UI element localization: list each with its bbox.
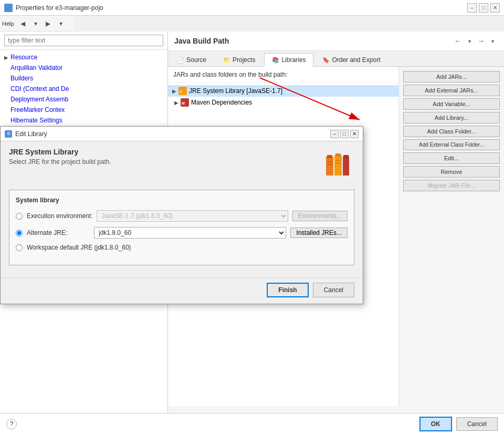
toolbar-back-dd-btn[interactable]: ▾ — [30, 18, 41, 29]
svg-rect-11 — [335, 153, 341, 157]
workspace-default-label: Workspace default JRE (jdk1.8.0_60) — [27, 244, 131, 251]
jre-expand-icon: ▶ — [172, 88, 176, 94]
close-button[interactable]: ✕ — [490, 3, 500, 13]
properties-header: Java Build Path ← ▾ → ▾ — [168, 32, 504, 51]
toolbar-back-btn[interactable]: ◀ — [17, 18, 29, 29]
add-library-button[interactable]: Add Library... — [403, 112, 500, 123]
maven-dependencies-label: Maven Dependencies — [191, 99, 252, 106]
execution-environment-radio[interactable] — [16, 213, 23, 220]
svg-rect-13 — [343, 155, 349, 158]
tree-item-label: Builders — [10, 75, 33, 82]
dialog-footer: Finish Cancel — [1, 278, 363, 304]
order-tab-icon: 🔖 — [322, 57, 330, 64]
help-button[interactable]: ? — [6, 419, 17, 429]
add-variable-button[interactable]: Add Variable... — [403, 98, 500, 110]
title-text: Properties for e3-manager-pojo — [16, 4, 103, 12]
tree-item-label: CDI (Context and De — [10, 85, 69, 92]
svg-rect-9 — [327, 155, 332, 158]
nav-fwd-btn[interactable]: → — [476, 36, 486, 46]
tab-libraries[interactable]: 📚 Libraries — [264, 53, 313, 67]
add-external-class-folder-button[interactable]: Add External Class Folder... — [403, 139, 500, 150]
dialog-minimize-btn[interactable]: – — [330, 130, 339, 138]
add-class-folder-button[interactable]: Add Class Folder... — [403, 126, 500, 137]
dialog-book-icon — [321, 148, 354, 181]
bottom-bar: ? OK Cancel — [0, 413, 504, 434]
alternate-jre-label: Alternate JRE: — [27, 229, 90, 236]
tree-item-label: Arquillian Validator — [10, 64, 62, 71]
toolbar-fwd-dd-btn[interactable]: ▾ — [55, 18, 67, 29]
expand-icon: ▶ — [4, 55, 8, 60]
environments-button[interactable]: Environments... — [292, 211, 348, 221]
tree-item-arquillian[interactable]: Arquillian Validator — [0, 63, 167, 73]
nav-arrows: ← ▾ → ▾ — [453, 36, 498, 46]
tab-order-label: Order and Export — [332, 56, 380, 64]
tree-item-resource[interactable]: ▶ Resource — [0, 52, 167, 63]
dialog-titlebar: ⚙ Edit Library – □ ✕ — [1, 127, 363, 141]
tree-item-label: FreeMarker Contex — [10, 106, 65, 113]
title-bar: Properties for e3-manager-pojo – □ ✕ — [0, 0, 504, 16]
alternate-jre-select[interactable]: jdk1.8.0_60 — [94, 227, 286, 239]
add-jars-button[interactable]: Add JARs... — [403, 71, 500, 82]
tree-item-label: Hibernate Settings — [10, 117, 62, 124]
edit-library-dialog: ⚙ Edit Library – □ ✕ JRE System Library … — [0, 126, 363, 304]
cancel-button[interactable]: Cancel — [456, 417, 498, 431]
jre-icon: J — [178, 87, 187, 95]
execution-environment-select[interactable]: JavaSE-1.7 (jdk1.8.0_60) — [97, 210, 288, 222]
maven-expand-icon: ▶ — [174, 100, 178, 106]
toolbar-fwd-btn[interactable]: ▶ — [43, 18, 54, 29]
tab-source[interactable]: 📄 Source — [169, 53, 214, 66]
toolbar: Help ◀ ▾ ▶ ▾ — [0, 16, 74, 32]
jre-library-item[interactable]: ▶ J JRE System Library [JavaSE-1.7] — [168, 85, 398, 97]
svg-text:M: M — [182, 101, 185, 105]
help-menu[interactable]: Help — [2, 20, 14, 27]
dialog-close-btn[interactable]: ✕ — [350, 130, 359, 138]
execution-environment-row: Execution environment: JavaSE-1.7 (jdk1.… — [16, 210, 348, 222]
remove-button[interactable]: Remove — [403, 166, 500, 178]
nav-back-btn[interactable]: ← — [453, 36, 463, 46]
jars-label: JARs and class folders on the build path… — [168, 67, 398, 83]
tree-item-hibernate[interactable]: Hibernate Settings — [0, 115, 167, 126]
add-external-jars-button[interactable]: Add External JARs... — [403, 85, 500, 96]
groupbox-legend: System library — [14, 197, 348, 204]
libraries-tab-icon: 📚 — [272, 57, 279, 64]
tree-list: ▶ Resource Arquillian Validator Builders… — [0, 50, 167, 128]
tab-order[interactable]: 🔖 Order and Export — [314, 53, 388, 66]
title-bar-left: Properties for e3-manager-pojo — [4, 4, 103, 12]
properties-title: Java Build Path — [174, 37, 229, 45]
maximize-button[interactable]: □ — [479, 3, 488, 13]
installed-jres-button[interactable]: Installed JREs... — [290, 228, 348, 238]
migrate-jar-button[interactable]: Migrate JAR File... — [403, 180, 500, 191]
tree-item-freemarker[interactable]: FreeMarker Contex — [0, 105, 167, 115]
nav-back-dd-btn[interactable]: ▾ — [464, 36, 475, 46]
alternate-jre-row: Alternate JRE: jdk1.8.0_60 Installed JRE… — [16, 227, 348, 239]
tree-item-cdi[interactable]: CDI (Context and De — [0, 84, 167, 94]
maven-dependencies-item[interactable]: ▶ M Maven Dependencies — [168, 97, 398, 108]
dialog-header-text: JRE System Library Select JRE for the pr… — [9, 148, 111, 166]
help-icon-wrap: ? — [6, 419, 415, 429]
tab-libraries-label: Libraries — [281, 56, 306, 64]
tree-item-deployment[interactable]: Deployment Assemb — [0, 94, 167, 105]
filter-input[interactable] — [4, 35, 163, 46]
dialog-heading: JRE System Library — [9, 148, 111, 156]
tab-projects[interactable]: 📁 Projects — [215, 53, 263, 66]
dialog-subtitle: Select JRE for the project build path. — [9, 158, 111, 166]
svg-rect-8 — [326, 157, 333, 175]
dialog-title-text: Edit Library — [15, 130, 47, 138]
minimize-button[interactable]: – — [467, 3, 477, 13]
source-tab-icon: 📄 — [177, 57, 184, 64]
dialog-maximize-btn[interactable]: □ — [340, 130, 349, 138]
workspace-default-radio[interactable] — [16, 244, 23, 251]
filter-input-wrap — [0, 32, 167, 50]
tree-item-label: Resource — [10, 54, 37, 61]
alternate-jre-radio[interactable] — [16, 230, 23, 236]
finish-button[interactable]: Finish — [267, 283, 308, 297]
tab-source-label: Source — [186, 56, 206, 64]
workspace-default-row: Workspace default JRE (jdk1.8.0_60) — [16, 244, 348, 251]
dialog-cancel-button[interactable]: Cancel — [313, 283, 354, 297]
edit-button[interactable]: Edit... — [403, 152, 500, 164]
ok-button[interactable]: OK — [419, 417, 452, 431]
tree-item-builders[interactable]: Builders — [0, 73, 167, 84]
nav-fwd-dd-btn[interactable]: ▾ — [487, 36, 498, 46]
execution-environment-label: Execution environment: — [27, 212, 92, 220]
dialog-header-area: JRE System Library Select JRE for the pr… — [9, 148, 354, 181]
